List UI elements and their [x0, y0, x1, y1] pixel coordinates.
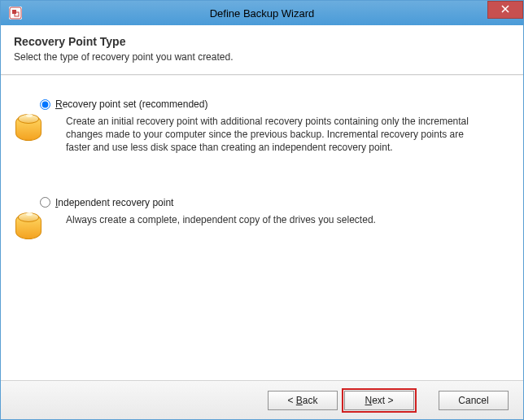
- cancel-button[interactable]: Cancel: [439, 391, 509, 410]
- radio-independent-input[interactable]: [40, 197, 50, 208]
- next-button[interactable]: Next >: [344, 391, 414, 410]
- page-title: Recovery Point Type: [14, 35, 510, 48]
- recovery-set-description: Create an initial recovery point with ad…: [66, 115, 481, 155]
- titlebar: Define Backup Wizard: [1, 1, 523, 25]
- disk-icon: [15, 213, 41, 239]
- close-icon: [501, 5, 509, 15]
- back-button[interactable]: < Back: [268, 391, 338, 410]
- disk-stack-icon: [15, 115, 41, 141]
- radio-independent[interactable]: Independent recovery point: [40, 197, 491, 208]
- app-icon: [9, 7, 22, 20]
- option-independent: Independent recovery point Always create…: [40, 197, 491, 239]
- wizard-footer: < Back Next > Cancel: [1, 380, 523, 419]
- radio-independent-label: Independent recovery point: [55, 197, 173, 208]
- window-title: Define Backup Wizard: [210, 7, 315, 20]
- option-recovery-set: Recovery point set (recommended) Create …: [40, 98, 491, 155]
- radio-recovery-set-label: Recovery point set (recommended): [55, 98, 207, 110]
- wizard-header: Recovery Point Type Select the type of r…: [1, 25, 523, 75]
- independent-description: Always create a complete, independent co…: [66, 213, 376, 226]
- close-button[interactable]: [487, 1, 523, 19]
- radio-recovery-set[interactable]: Recovery point set (recommended): [40, 98, 491, 110]
- wizard-content: Recovery point set (recommended) Create …: [1, 75, 523, 380]
- radio-recovery-set-input[interactable]: [40, 99, 50, 110]
- page-subtitle: Select the type of recovery point you wa…: [14, 51, 510, 63]
- wizard-window: Define Backup Wizard Recovery Point Type…: [0, 0, 524, 420]
